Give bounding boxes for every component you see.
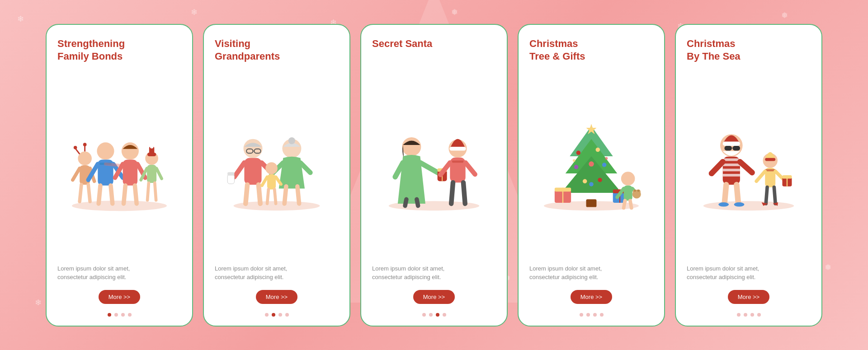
svg-line-122: [740, 162, 752, 173]
svg-point-98: [621, 172, 635, 186]
card-5-more-button[interactable]: More >>: [728, 290, 769, 304]
svg-point-59: [402, 137, 421, 156]
svg-point-107: [634, 189, 636, 191]
snowflake: ❅: [781, 10, 788, 20]
dot: [422, 313, 426, 317]
svg-line-49: [297, 186, 299, 203]
svg-line-23: [135, 185, 137, 203]
card-2-more-button[interactable]: More >>: [256, 290, 297, 304]
dot: [128, 313, 132, 317]
svg-rect-66: [449, 146, 466, 150]
svg-point-115: [734, 126, 739, 131]
svg-point-87: [583, 179, 587, 183]
svg-point-89: [589, 182, 594, 187]
svg-line-121: [712, 162, 723, 173]
svg-rect-118: [723, 163, 740, 166]
dot: [737, 313, 741, 317]
svg-line-124: [736, 184, 738, 203]
card-3-more-button[interactable]: More >>: [413, 290, 455, 304]
svg-point-0: [72, 201, 167, 211]
card-grandparents: VisitingGrandparents: [203, 24, 350, 327]
svg-point-50: [265, 162, 278, 174]
svg-line-6: [88, 184, 90, 201]
svg-line-28: [147, 183, 149, 200]
svg-line-43: [259, 184, 260, 203]
dot: [750, 313, 754, 317]
svg-point-82: [576, 150, 581, 155]
svg-line-42: [245, 184, 247, 203]
card-4-more-button[interactable]: More >>: [571, 290, 612, 304]
svg-line-131: [756, 171, 765, 181]
dot: [757, 313, 761, 317]
svg-rect-25: [147, 165, 156, 183]
svg-line-55: [274, 189, 276, 204]
svg-point-126: [734, 202, 745, 207]
dot: [108, 313, 111, 317]
svg-point-83: [596, 147, 600, 152]
snowflake: ❄: [17, 14, 24, 24]
card-3-description: Lorem ipsum dolor sit amet,consectetur a…: [372, 264, 496, 282]
card-2-title: VisitingGrandparents: [215, 37, 339, 65]
card-secret-santa: Secret Santa: [360, 24, 508, 327]
svg-rect-114: [723, 141, 740, 146]
card-5-dots: [687, 313, 811, 317]
svg-line-40: [234, 163, 244, 177]
snowflake: ❅: [825, 262, 831, 272]
svg-rect-119: [723, 168, 740, 171]
dot: [593, 313, 597, 317]
card-5-title: ChristmasBy The Sea: [687, 37, 811, 65]
svg-point-125: [718, 202, 729, 207]
card-1-title: StrengtheningFamily Bonds: [57, 37, 181, 65]
svg-rect-117: [723, 158, 740, 161]
svg-line-33: [105, 164, 123, 166]
svg-line-123: [725, 184, 726, 203]
svg-rect-69: [452, 160, 464, 163]
svg-line-102: [624, 201, 625, 208]
svg-rect-112: [733, 146, 740, 151]
card-4-description: Lorem ipsum dolor sit amet,consectetur a…: [529, 264, 653, 282]
svg-rect-120: [723, 174, 740, 177]
cards-container: StrengtheningFamily Bonds: [46, 24, 822, 327]
card-4-title: ChristmasTree & Gifts: [529, 37, 653, 65]
svg-point-10: [83, 143, 87, 146]
svg-point-67: [460, 128, 464, 132]
dot: [114, 313, 118, 317]
svg-point-88: [598, 177, 602, 182]
card-5-description: Lorem ipsum dolor sit amet,consectetur a…: [687, 264, 811, 282]
dot: [121, 313, 125, 317]
card-4-dots: [529, 313, 653, 317]
card-1-dots: [57, 313, 181, 317]
svg-line-74: [405, 199, 406, 205]
svg-line-5: [80, 184, 81, 201]
svg-line-29: [155, 183, 156, 200]
svg-point-11: [97, 142, 114, 159]
card-2-illustration: [215, 71, 339, 259]
svg-line-54: [267, 189, 269, 204]
card-3-dots: [372, 313, 496, 317]
svg-rect-39: [244, 158, 261, 184]
svg-point-108: [637, 189, 640, 191]
svg-rect-77: [586, 199, 597, 207]
card-2-description: Lorem ipsum dolor sit amet,consectetur a…: [215, 264, 339, 282]
svg-line-137: [774, 187, 775, 203]
card-tree-gifts: ChristmasTree & Gifts: [518, 24, 665, 327]
dot: [443, 313, 446, 317]
svg-point-32: [150, 145, 154, 149]
card-2-dots: [215, 313, 339, 317]
svg-rect-19: [123, 159, 137, 185]
svg-rect-128: [765, 158, 775, 161]
svg-line-16: [111, 185, 113, 203]
card-3-illustration: [372, 71, 496, 259]
card-by-the-sea: ChristmasBy The Sea: [675, 24, 822, 327]
svg-line-136: [766, 187, 767, 203]
card-5-illustration: [687, 71, 811, 259]
card-4-illustration: [529, 71, 653, 259]
svg-point-85: [574, 165, 579, 169]
dot: [436, 313, 439, 317]
svg-line-75: [417, 199, 418, 205]
svg-line-48: [284, 186, 286, 203]
svg-point-86: [589, 161, 594, 166]
svg-line-22: [124, 185, 126, 203]
card-1-more-button[interactable]: More >>: [99, 290, 140, 304]
svg-point-90: [573, 159, 576, 162]
